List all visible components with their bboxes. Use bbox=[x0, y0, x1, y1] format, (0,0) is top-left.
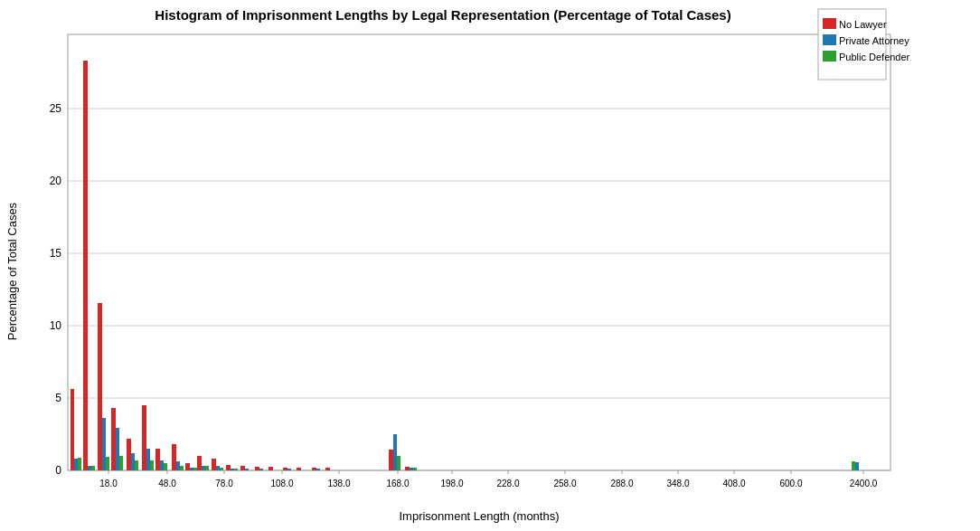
bar-nl-g16 bbox=[283, 468, 287, 470]
bar-nl-g15 bbox=[269, 467, 273, 470]
legend-pa-label: Private Attorney bbox=[839, 35, 909, 46]
bar-nl-g1 bbox=[71, 389, 74, 470]
bar-nl-g3 bbox=[98, 303, 102, 470]
x-tick-258: 258.0 bbox=[553, 479, 576, 488]
bar-pa-168 bbox=[393, 434, 397, 470]
bar-pa-g14 bbox=[259, 469, 263, 470]
bar-nl-g6 bbox=[142, 405, 146, 470]
bar-nl-g9 bbox=[185, 463, 190, 470]
bar-pd-g8 bbox=[180, 466, 184, 470]
bar-nl-g11 bbox=[212, 459, 216, 470]
bar-nl-g18 bbox=[312, 468, 316, 470]
chart-title: Histogram of Imprisonment Lengths by Leg… bbox=[155, 7, 730, 23]
bar-pd-g11 bbox=[220, 468, 223, 470]
bar-pa-g1 bbox=[74, 459, 78, 470]
bar-pa-g18 bbox=[316, 469, 320, 470]
bar-pa-g2 bbox=[88, 466, 91, 470]
bar-pa-g11 bbox=[216, 466, 220, 470]
legend-pa-swatch bbox=[823, 34, 836, 45]
bar-pd-g3 bbox=[106, 457, 109, 470]
bar-pa-g10 bbox=[202, 466, 205, 470]
legend-pd-label: Public Defender bbox=[839, 52, 910, 62]
x-tick-48: 48.0 bbox=[158, 479, 176, 488]
bar-nl-g13 bbox=[240, 466, 245, 470]
bar-pd-g9 bbox=[193, 468, 197, 470]
x-tick-228: 228.0 bbox=[496, 479, 519, 488]
bar-pa-g12 bbox=[231, 469, 234, 470]
y-tick-0: 0 bbox=[55, 464, 61, 477]
bar-nl-g2 bbox=[83, 61, 88, 470]
x-tick-288: 288.0 bbox=[610, 479, 633, 488]
x-tick-78: 78.0 bbox=[215, 479, 233, 488]
bar-nl-g8 bbox=[172, 444, 176, 470]
bar-nl-g4 bbox=[111, 408, 116, 470]
bar-pa-g7 bbox=[160, 460, 164, 470]
bar-pa-g16 bbox=[287, 469, 291, 470]
bar-pd-2400 bbox=[852, 461, 855, 470]
bar-nl-g7 bbox=[155, 449, 160, 470]
legend-nl-label: No Lawyer bbox=[839, 19, 887, 30]
bar-pa-g6 bbox=[146, 449, 150, 470]
bar-pd-g6 bbox=[150, 460, 154, 470]
x-tick-2400: 2400.0 bbox=[850, 479, 878, 488]
bar-pd-g1 bbox=[78, 458, 81, 470]
x-tick-408: 408.0 bbox=[722, 479, 745, 488]
x-tick-168: 168.0 bbox=[386, 479, 409, 488]
bar-pd-g4 bbox=[119, 456, 123, 470]
bar-nl-g19 bbox=[325, 468, 330, 470]
x-tick-138: 138.0 bbox=[327, 479, 350, 488]
bar-pa-g9 bbox=[190, 468, 193, 470]
y-tick-20: 20 bbox=[50, 175, 62, 187]
x-tick-348: 348.0 bbox=[666, 479, 689, 488]
legend-pd-swatch bbox=[823, 51, 836, 62]
bar-nl-g5 bbox=[127, 439, 131, 470]
y-tick-10: 10 bbox=[50, 319, 62, 332]
y-tick-25: 25 bbox=[50, 102, 62, 115]
bar-pa-2400 bbox=[855, 462, 859, 470]
bar-nl-168 bbox=[389, 450, 393, 470]
legend-nl-swatch bbox=[823, 18, 836, 29]
bar-nl-180 bbox=[405, 467, 410, 470]
bar-nl-g12 bbox=[226, 465, 231, 470]
y-tick-5: 5 bbox=[55, 392, 61, 404]
bar-pd-168 bbox=[397, 456, 400, 470]
bar-pa-g13 bbox=[245, 469, 249, 470]
x-tick-600: 600.0 bbox=[779, 479, 802, 488]
x-axis-label: Imprisonment Length (months) bbox=[399, 509, 559, 523]
x-tick-108: 108.0 bbox=[270, 479, 293, 488]
bar-pa-180 bbox=[410, 468, 413, 470]
bar-pd-g5 bbox=[135, 460, 138, 470]
chart-container: Histogram of Imprisonment Lengths by Leg… bbox=[0, 0, 980, 531]
bar-pa-g5 bbox=[131, 453, 135, 470]
bar-nl-g14 bbox=[255, 467, 259, 470]
bar-pa-g8 bbox=[176, 461, 180, 470]
histogram-chart: Histogram of Imprisonment Lengths by Leg… bbox=[0, 0, 980, 531]
x-tick-18: 18.0 bbox=[99, 479, 118, 488]
bar-pa-g3 bbox=[102, 418, 106, 470]
x-tick-198: 198.0 bbox=[440, 479, 463, 488]
bar-pd-g10 bbox=[205, 466, 209, 470]
bar-pa-g4 bbox=[116, 428, 119, 470]
y-tick-15: 15 bbox=[50, 247, 62, 260]
y-axis-label: Percentage of Total Cases bbox=[5, 202, 19, 340]
bar-pd-g7 bbox=[164, 463, 167, 470]
bar-pd-g2 bbox=[91, 466, 95, 470]
bar-pd-g12 bbox=[234, 469, 238, 470]
bar-nl-g10 bbox=[197, 456, 202, 470]
bar-nl-g17 bbox=[297, 468, 301, 470]
bar-pd-180 bbox=[413, 468, 417, 470]
